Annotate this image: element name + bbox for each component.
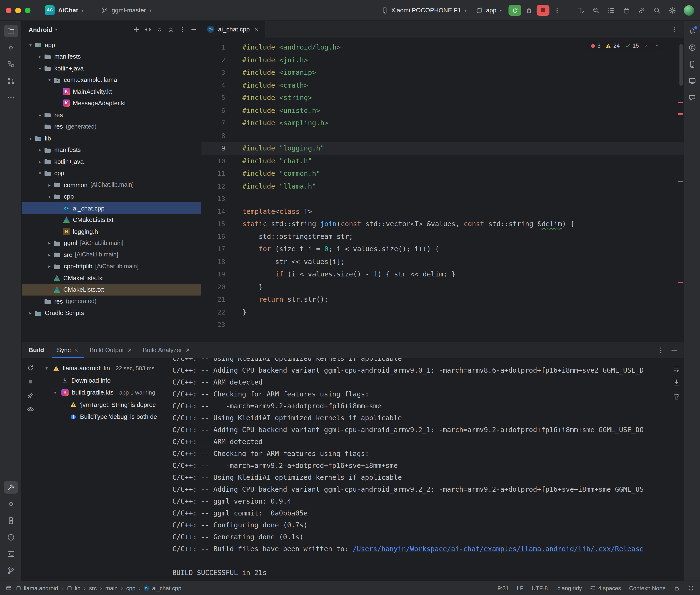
- error-stripe-mark[interactable]: [678, 282, 683, 283]
- device-selector[interactable]: Xiaomi POCOPHONE F1 ▾: [378, 5, 469, 15]
- build-tab-build-analyzer[interactable]: Build Analyzer: [138, 342, 196, 358]
- build-panel-title[interactable]: Build: [22, 342, 52, 358]
- chevron-right-icon[interactable]: ▸: [27, 310, 34, 316]
- tool-strip-project[interactable]: [4, 25, 18, 37]
- breadcrumb-ai-chat-cpp[interactable]: ai_chat.cpp: [144, 585, 181, 591]
- caret-position[interactable]: 9:21: [498, 585, 509, 591]
- breadcrumb-main[interactable]: main: [105, 585, 118, 591]
- code-line[interactable]: 12#include "llama.h": [201, 180, 684, 192]
- tree-item-cpp[interactable]: ▾cpp: [22, 191, 201, 202]
- preview-icon[interactable]: [27, 405, 34, 413]
- tree-item-res[interactable]: res(generated): [22, 295, 201, 307]
- chevron-right-icon[interactable]: ▸: [36, 147, 44, 152]
- tree-item-mainactivity-kt[interactable]: MainActivity.kt: [22, 86, 201, 97]
- tree-item-cpp-httplib[interactable]: ▸cpp-httplib[AiChat.lib.main]: [22, 260, 201, 272]
- code-line[interactable]: 20 }: [201, 281, 684, 293]
- chevron-right-icon[interactable]: ▸: [36, 112, 44, 117]
- task-list-icon[interactable]: [608, 6, 615, 14]
- close-icon[interactable]: [185, 347, 191, 352]
- stop-button[interactable]: [537, 5, 550, 16]
- code-line[interactable]: 11#include "common.h": [201, 167, 684, 180]
- tool-strip-device-manager[interactable]: [685, 58, 699, 70]
- clear-icon[interactable]: [673, 393, 680, 400]
- debug-button[interactable]: [525, 6, 533, 14]
- breadcrumb-src[interactable]: src: [89, 585, 97, 591]
- tree-item-cmakelists-txt[interactable]: CMakeLists.txt: [22, 272, 201, 284]
- chevron-right-icon[interactable]: ▸: [46, 240, 53, 246]
- tree-item-kotlin-java[interactable]: ▾kotlin+java: [22, 62, 201, 74]
- tree-item-res[interactable]: res(generated): [22, 121, 201, 132]
- stop-sq-icon[interactable]: [27, 378, 34, 386]
- build-console[interactable]: C/C++: -- Using KleidiAI optimized kerne…: [168, 358, 684, 581]
- tree-item-cmakelists-txt[interactable]: CMakeLists.txt: [22, 214, 201, 226]
- file-encoding[interactable]: UTF-8: [532, 585, 548, 591]
- run-button[interactable]: [508, 5, 521, 16]
- chevron-right-icon[interactable]: ▸: [36, 159, 44, 164]
- code-line[interactable]: 18 str << values[i];: [201, 255, 684, 268]
- console-link[interactable]: /Users/hanyin/Workspace/ai-chat/examples…: [353, 545, 644, 552]
- build-options-icon[interactable]: [657, 346, 665, 354]
- branch-selector[interactable]: ggml-master ▾: [99, 5, 155, 15]
- code-line[interactable]: 7#include <sampling.h>: [201, 117, 684, 129]
- tree-item-manifests[interactable]: ▸manifests: [22, 51, 201, 62]
- code-line[interactable]: 22}: [201, 306, 684, 318]
- tool-strip-running-devices[interactable]: [685, 75, 699, 87]
- options-icon[interactable]: [179, 26, 186, 33]
- indent-config[interactable]: 4 spaces: [590, 585, 621, 591]
- find-actions-icon[interactable]: [592, 6, 600, 14]
- more-run-actions-button[interactable]: [553, 6, 561, 14]
- line-separator[interactable]: LF: [517, 585, 524, 591]
- warning-summary[interactable]: 24: [605, 42, 620, 49]
- tool-strip-pull-requests[interactable]: [4, 75, 18, 87]
- error-stripe-mark[interactable]: [678, 181, 683, 182]
- tree-item-src[interactable]: ▸src[AiChat.lib.main]: [22, 249, 201, 260]
- code-line[interactable]: 9#include "logging.h": [201, 142, 684, 154]
- tree-item-manifests[interactable]: ▸manifests: [22, 144, 201, 156]
- inspections-widget[interactable]: 3 24 15: [586, 41, 664, 51]
- clang-tidy-status[interactable]: .clang-tidy: [556, 585, 582, 591]
- user-avatar[interactable]: [684, 5, 694, 16]
- code-line[interactable]: 19 if (i < values.size() - 1) { str << d…: [201, 268, 684, 281]
- close-tab-icon[interactable]: [253, 27, 259, 32]
- code-line[interactable]: 21 return str.str();: [201, 293, 684, 306]
- chevron-right-icon[interactable]: ▸: [46, 182, 53, 188]
- chevron-right-icon[interactable]: ▸: [46, 264, 53, 269]
- next-problem-button[interactable]: [654, 43, 660, 49]
- code-line[interactable]: 10#include "chat.h": [201, 154, 684, 167]
- close-icon[interactable]: [127, 347, 133, 352]
- code-line[interactable]: 16 std::ostringstream str;: [201, 230, 684, 243]
- tool-strip-device-explorer[interactable]: [4, 514, 18, 527]
- chevron-down-icon[interactable]: ▾: [52, 390, 59, 395]
- context-selector[interactable]: Context: None: [629, 585, 666, 591]
- build-tree-item[interactable]: 'jvmTarget: String' is deprec: [39, 399, 168, 411]
- tool-strip-notifications[interactable]: [685, 25, 699, 37]
- tool-strip-structure[interactable]: [4, 58, 18, 70]
- code-line[interactable]: 6#include <unistd.h>: [201, 104, 684, 117]
- chevron-right-icon[interactable]: ▸: [36, 54, 44, 59]
- pin-icon[interactable]: [27, 392, 34, 399]
- zoom-window-button[interactable]: [25, 7, 30, 13]
- code-line[interactable]: 15static std::string join(const std::vec…: [201, 218, 684, 230]
- chevron-down-icon[interactable]: ▾: [36, 65, 44, 71]
- chevron-down-icon[interactable]: ▾: [27, 42, 34, 47]
- tree-item-common[interactable]: ▸common[AiChat.lib.main]: [22, 179, 201, 191]
- settings-icon[interactable]: [669, 6, 676, 14]
- close-window-button[interactable]: [6, 7, 11, 13]
- code-line[interactable]: 2#include <jni.h>: [201, 54, 684, 66]
- passed-summary[interactable]: 15: [624, 42, 639, 49]
- build-tree-item[interactable]: Download info: [39, 374, 168, 387]
- chevron-down-icon[interactable]: ▾: [46, 77, 53, 82]
- tool-strip-resource-manager[interactable]: [4, 498, 18, 510]
- tree-item-logging-h[interactable]: logging.h: [22, 226, 201, 237]
- tool-strip-more[interactable]: [4, 91, 18, 104]
- error-stripe-mark[interactable]: [678, 102, 683, 103]
- inspections-status-icon[interactable]: [688, 585, 694, 591]
- soft-wrap-icon[interactable]: [673, 365, 680, 373]
- code-line[interactable]: 14template<class T>: [201, 205, 684, 218]
- tool-strip-gradle[interactable]: G: [685, 41, 699, 54]
- tree-item-ggml[interactable]: ▸ggml[AiChat.lib.main]: [22, 237, 201, 249]
- tool-strip-build[interactable]: [4, 481, 18, 493]
- device-link-icon[interactable]: [638, 6, 646, 14]
- tree-item-app[interactable]: ▾app: [22, 39, 201, 51]
- code-line[interactable]: 23: [201, 318, 684, 331]
